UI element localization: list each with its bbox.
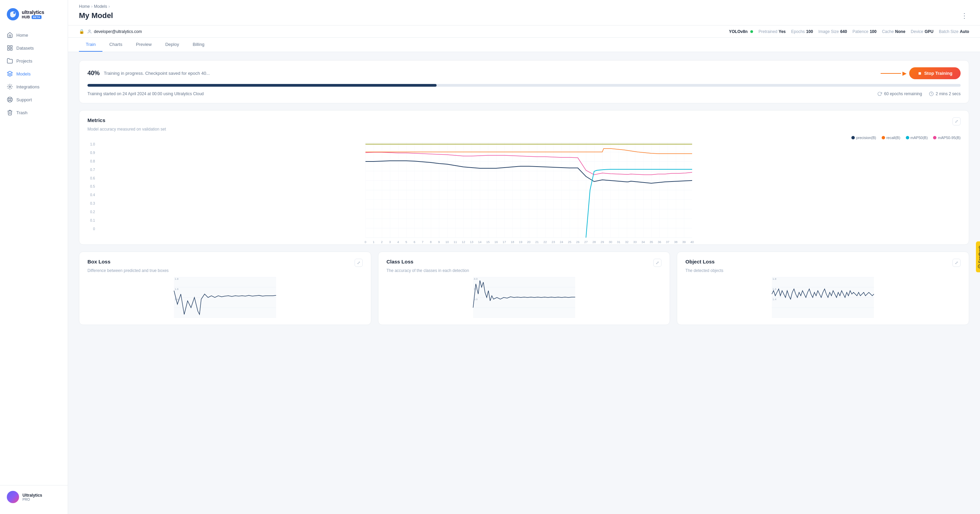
email-tag: developer@ultralytics.com	[87, 29, 142, 34]
class-y-40: 4.0	[474, 278, 478, 281]
metrics-expand-button[interactable]: ⤢	[953, 117, 961, 125]
y-label-07: 0.7	[88, 168, 95, 172]
stop-section: ▶ Stop Training	[881, 67, 961, 79]
x-label-24: 24	[560, 240, 563, 244]
epochs-remaining-stat: 60 epochs remaining	[877, 92, 922, 96]
x-label-34: 34	[641, 240, 645, 244]
progress-bar-fill	[88, 84, 437, 87]
y-label-10: 1.0	[88, 143, 95, 146]
breadcrumb: Home › Models ›	[79, 4, 969, 9]
stop-icon	[917, 71, 922, 76]
training-started-text: Training started on 24 April 2024 at 00:…	[88, 92, 204, 96]
legend-map50: mAP50(B)	[906, 136, 928, 140]
patience-label: Patience	[853, 29, 869, 34]
x-label-37: 37	[666, 240, 669, 244]
home-icon	[7, 32, 13, 38]
logo: ultralytics HUB BETA	[0, 5, 68, 29]
x-label-32: 32	[625, 240, 628, 244]
x-label-1: 1	[372, 240, 374, 244]
class-loss-subtitle: The accuracy of the classes in each dete…	[387, 268, 662, 273]
object-loss-expand-button[interactable]: ⤢	[953, 259, 961, 267]
svg-rect-4	[8, 49, 9, 50]
device-label: Device	[911, 29, 924, 34]
y-label-08: 0.8	[88, 159, 95, 163]
patience-item: Patience 100	[853, 29, 877, 34]
clock-icon	[929, 92, 934, 96]
cache-label: Cache	[882, 29, 894, 34]
box-loss-expand-button[interactable]: ⤢	[355, 259, 363, 267]
sidebar-item-models[interactable]: Models	[0, 67, 68, 80]
cache-item: Cache None	[882, 29, 905, 34]
x-label-5: 5	[405, 240, 407, 244]
pretrained-value: Yes	[778, 29, 786, 34]
sidebar-item-home[interactable]: Home	[0, 29, 68, 41]
sidebar-label-integrations: Integrations	[16, 84, 40, 89]
legend-dot-map50	[906, 136, 909, 140]
sidebar-item-integrations[interactable]: Integrations	[0, 80, 68, 93]
class-loss-expand-button[interactable]: ⤢	[653, 259, 662, 267]
tab-charts[interactable]: Charts	[102, 38, 129, 52]
user-avatar	[7, 491, 19, 503]
tab-deploy[interactable]: Deploy	[159, 38, 186, 52]
model-name-value: YOLOv8n	[729, 29, 748, 34]
box-loss-header: Box Loss ⤢	[88, 259, 363, 267]
status-dot	[750, 30, 753, 33]
sidebar-item-trash[interactable]: Trash	[0, 106, 68, 119]
x-label-8: 8	[430, 240, 431, 244]
legend-dot-precision	[851, 136, 855, 140]
object-loss-title: Object Loss	[685, 259, 714, 265]
x-label-0: 0	[364, 240, 366, 244]
training-status-text: Training in progress. Checkpoint saved f…	[104, 71, 210, 76]
sidebar-item-support[interactable]: Support	[0, 93, 68, 106]
x-label-9: 9	[438, 240, 440, 244]
tab-preview[interactable]: Preview	[129, 38, 158, 52]
feedback-icon	[978, 264, 980, 268]
sidebar-item-datasets[interactable]: Datasets	[0, 41, 68, 54]
model-name-item: YOLOv8n	[729, 29, 753, 34]
legend-label-precision: precision(B)	[856, 136, 876, 140]
x-label-19: 19	[519, 240, 522, 244]
logo-hub: HUB	[22, 15, 30, 19]
class-loss-card: Class Loss ⤢ The accuracy of the classes…	[378, 252, 670, 325]
breadcrumb-home[interactable]: Home	[79, 4, 90, 9]
sidebar: ultralytics HUB BETA Home Datasets Proje…	[0, 0, 68, 514]
breadcrumb-models[interactable]: Models	[94, 4, 107, 9]
more-options-button[interactable]: ⋮	[959, 10, 969, 21]
x-label-22: 22	[543, 240, 547, 244]
x-label-2: 2	[381, 240, 382, 244]
legend-precision: precision(B)	[851, 136, 876, 140]
stop-training-button[interactable]: Stop Training	[909, 67, 961, 79]
class-y-30: 3.0	[474, 298, 478, 301]
batch-size-label: Batch Size	[939, 29, 958, 34]
object-loss-subtitle: The detected objects	[685, 268, 961, 273]
pretrained-item: Pretrained Yes	[759, 29, 786, 34]
user-profile[interactable]: Ultralytics PRO	[0, 485, 68, 509]
svg-line-11	[11, 100, 11, 101]
arrow-head: ▶	[902, 70, 907, 76]
model-info-bar: 🔒 developer@ultralytics.com YOLOv8n Pret…	[68, 25, 980, 38]
training-percent: 40%	[88, 70, 100, 77]
x-label-11: 11	[453, 240, 457, 244]
page-title-row: My Model ⋮	[79, 10, 969, 21]
x-label-26: 26	[576, 240, 579, 244]
x-label-17: 17	[503, 240, 506, 244]
stop-btn-label: Stop Training	[924, 71, 953, 76]
x-label-16: 16	[495, 240, 498, 244]
tab-train[interactable]: Train	[79, 38, 102, 52]
page-title: My Model	[79, 11, 113, 20]
tab-billing[interactable]: Billing	[186, 38, 211, 52]
svg-rect-3	[11, 46, 12, 47]
model-meta: YOLOv8n Pretrained Yes Epochs 100 Image …	[150, 29, 969, 34]
svg-marker-6	[8, 71, 13, 74]
legend-map50-95: mAP50-95(B)	[933, 136, 961, 140]
sidebar-item-projects[interactable]: Projects	[0, 54, 68, 67]
x-label-35: 35	[649, 240, 653, 244]
progress-bar-container	[88, 84, 961, 87]
lock-icon: 🔒	[79, 29, 84, 34]
time-remaining-value: 2 mins 2 secs	[936, 92, 961, 96]
legend-label-map50-95: mAP50-95(B)	[938, 136, 961, 140]
patience-value: 100	[870, 29, 877, 34]
x-label-30: 30	[609, 240, 612, 244]
feedback-button[interactable]: Feedback	[976, 242, 980, 273]
page-header: Home › Models › My Model ⋮	[68, 0, 980, 25]
